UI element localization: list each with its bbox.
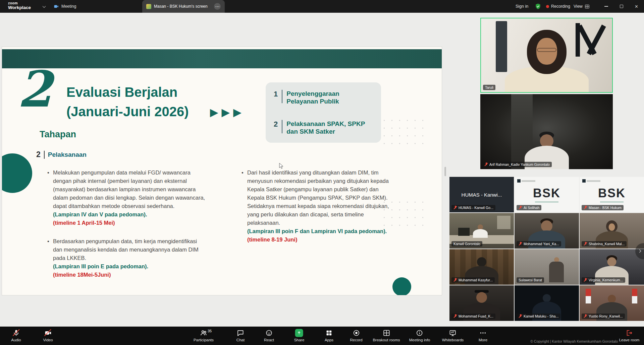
more-button[interactable]: More: [479, 329, 487, 342]
participant-name: Sulawesi Barat: [519, 278, 542, 282]
video-tile-kanwil-gorontalo[interactable]: Kanwil Gorontalo: [449, 213, 514, 249]
meeting-camera-icon: [54, 4, 59, 9]
tab-options-button[interactable]: ⋯: [214, 3, 221, 10]
dot-pattern: [380, 198, 425, 229]
participants-button[interactable]: 35 Participants: [194, 329, 214, 342]
slide-header-band: [2, 49, 442, 68]
mic-muted-icon: [484, 162, 488, 166]
participant-name-label: Muhammad Kasyfur...: [451, 277, 495, 283]
side-item-number: 1: [274, 90, 278, 98]
whiteboards-button[interactable]: Whiteboards: [442, 329, 464, 342]
participant-name-label: Arif Rahman_Kadiv Yankum Gorontalo: [482, 162, 552, 167]
step-number: 2: [36, 150, 41, 159]
bullet-item: Dari hasil identifikasi yang dituangkan …: [247, 168, 393, 244]
view-button[interactable]: View: [574, 0, 590, 13]
close-icon: ✕: [635, 4, 638, 9]
scrollbar-thumb[interactable]: [444, 167, 446, 176]
close-button[interactable]: ✕: [629, 0, 644, 13]
maximize-button[interactable]: [614, 0, 629, 13]
bsk-logo-text: BSK: [515, 186, 579, 200]
participant-name-label: Kanwil Maluku - Sha...: [517, 314, 560, 319]
bullet-timeline: (timeline 8-19 Juni): [247, 235, 393, 244]
video-placeholder: [480, 94, 613, 169]
mouse-cursor: [279, 163, 284, 171]
participant-name: Yustio Rony_Kanwil...: [589, 314, 623, 318]
bullet-reference: (Lampiran III poin E pada pedoman).: [53, 262, 207, 271]
participant-name: Arif Rahman_Kadiv Yankum Gorontalo: [489, 162, 550, 166]
participant-name: Virginia_Kemenkum...: [589, 278, 623, 282]
recording-indicator: Recording: [546, 0, 570, 13]
audio-button[interactable]: Audio: [11, 329, 21, 342]
info-icon: [416, 329, 423, 337]
video-tile-taruli[interactable]: Taruli: [480, 18, 613, 93]
camera-off-icon: [44, 329, 52, 337]
tab-meeting-label: Meeting: [61, 4, 76, 9]
mic-muted-icon: [519, 206, 522, 210]
chevron-right-icon: [638, 250, 641, 253]
video-tile-virginia[interactable]: Virginia_Kemenkum...: [580, 249, 644, 285]
slide-step: 2 Pelaksanaan: [36, 150, 87, 159]
video-button[interactable]: Video: [43, 329, 53, 342]
participant-name: Ai Solihah: [524, 206, 539, 210]
video-tile-kanwil-maluku[interactable]: Kanwil Maluku - Sha...: [515, 285, 579, 321]
participant-name-label: Mohammad Fuad_K...: [451, 314, 495, 319]
video-tile-humas[interactable]: HUMAS - Kanwi... HUMAS - Kanwil Go...: [449, 177, 514, 212]
video-tile-shabrina[interactable]: Shabrina_Kanwil Mal...: [580, 213, 644, 249]
bullet-body: Dari hasil identifikasi yang dituangkan …: [247, 169, 389, 226]
participant-name: Kanwil Maluku - Sha...: [524, 314, 558, 318]
minimize-icon: [604, 6, 608, 7]
video-tile-arif[interactable]: Arif Rahman_Kadiv Yankum Gorontalo: [480, 94, 613, 169]
bsk-logo-text: BSK: [580, 186, 644, 200]
side-box-item: 2 Pelaksanaan SPAK, SPKP dan SKM Satker: [274, 120, 373, 135]
react-button[interactable]: React: [264, 329, 274, 342]
step-label: Pelaksanaan: [48, 151, 87, 158]
video-tile-mohammad-yani[interactable]: Mohammad Yani_Ka...: [515, 213, 579, 249]
participants-label: Participants: [194, 338, 214, 342]
whiteboards-label: Whiteboards: [442, 338, 464, 342]
chat-button[interactable]: Chat: [236, 329, 245, 342]
participant-name: Muhammad Kasyfur...: [459, 278, 493, 282]
video-tile-sulawesi-barat[interactable]: Sulawesi Barat: [515, 249, 579, 285]
side-item-label: Penyelenggaraan Pelayanan Publik: [286, 90, 370, 105]
bullet-timeline: (timeline 1 April-15 Mei): [53, 219, 207, 227]
workspace-chevron-down-icon[interactable]: [43, 5, 46, 8]
video-tile-muhammad-kasyfur[interactable]: Muhammad Kasyfur...: [449, 249, 514, 285]
record-icon: [353, 329, 360, 337]
react-label: React: [264, 338, 274, 342]
recording-dot-icon: [546, 5, 549, 8]
video-placeholder: [481, 18, 612, 92]
video-tile-masan[interactable]: BSK Masan - BSK Hukum: [580, 177, 644, 212]
participant-name-label: HUMAS - Kanwil Go...: [451, 205, 495, 210]
view-layout-icon: [585, 4, 590, 9]
participant-name-label: Mohammad Yani_Ka...: [517, 241, 561, 247]
mic-muted-icon: [584, 206, 587, 210]
mic-muted-icon: [453, 314, 457, 318]
dot-pattern: [380, 117, 425, 147]
slide-number: 2: [17, 64, 52, 114]
recording-label: Recording: [551, 4, 570, 9]
tab-meeting[interactable]: Meeting: [50, 0, 80, 13]
screen-share-thumbnail-icon: [146, 4, 151, 9]
participant-name-label: Shabrina_Kanwil Mal...: [582, 241, 627, 247]
breakout-rooms-button[interactable]: Breakout rooms: [373, 329, 400, 342]
participant-name: Kanwil Gorontalo: [453, 242, 480, 246]
participants-count-badge: 35: [208, 329, 212, 333]
security-shield-button[interactable]: [535, 0, 541, 13]
maximize-icon: [620, 5, 623, 8]
tab-shared-screen[interactable]: Masan - BSK Hukum's screen ⋯: [142, 0, 225, 13]
leave-room-button[interactable]: Leave room: [619, 329, 640, 342]
video-tile-yustio-rony[interactable]: Yustio Rony_Kanwil...: [580, 285, 644, 321]
view-label: View: [574, 4, 583, 9]
apps-grid-icon: [325, 329, 333, 337]
meeting-info-button[interactable]: Meeting info: [409, 329, 430, 342]
logo-workplace-text: Workplace: [8, 5, 31, 10]
apps-button[interactable]: Apps: [325, 329, 333, 342]
presentation-slide: 2 Evaluasi Berjalan (Januari-Juni 2026) …: [2, 47, 442, 295]
share-button[interactable]: Share: [294, 329, 305, 342]
minimize-button[interactable]: [599, 0, 614, 13]
video-tile-mohammad-fuad[interactable]: Mohammad Fuad_K...: [449, 285, 514, 321]
video-tile-ai-solihah[interactable]: BSK Ai Solihah: [515, 177, 579, 212]
bullet-reference: (Lampiran III poin F dan Lampiran VI pad…: [247, 227, 393, 235]
record-button[interactable]: Record: [350, 329, 362, 342]
sign-in-link[interactable]: Sign in: [516, 0, 528, 13]
